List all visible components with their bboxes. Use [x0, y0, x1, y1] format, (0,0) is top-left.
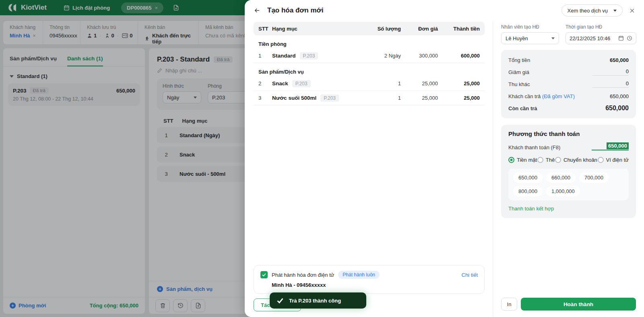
radio-icon	[555, 157, 561, 163]
back-button[interactable]	[254, 7, 261, 14]
clock-icon[interactable]	[627, 35, 632, 41]
radio-icon	[598, 157, 604, 163]
view-mode-select[interactable]: Xem theo dịch vụ	[561, 4, 623, 16]
quick-amounts: 650,000 660,000 700,000 800,000 1,000,00…	[508, 169, 629, 200]
summary-discount-row: Giảm giá 0	[508, 66, 629, 78]
print-button[interactable]: In	[501, 298, 517, 311]
quick-amount-chip[interactable]: 800,000	[513, 186, 543, 196]
summary-due-row: Khách cần trả (Đã gồm VAT) 650,000	[508, 90, 629, 102]
invoice-row[interactable]: 2 SnackP.203 1 25,000 25,000	[254, 76, 485, 91]
quick-amount-chip[interactable]: 700,000	[579, 173, 609, 183]
method-ewallet[interactable]: Ví điện tử	[598, 157, 629, 163]
einvoice-card: Phát hành hóa đơn điện tử Phát hành luôn…	[254, 265, 485, 294]
section-label: Tiền phòng	[254, 35, 485, 49]
invoice-row[interactable]: 3 Nước suối 500mlP.203 1 25,000 25,000	[254, 91, 485, 105]
einvoice-detail-link[interactable]: Chi tiết	[462, 272, 478, 278]
other-fee-input[interactable]: 0	[592, 80, 629, 88]
summary-remaining-row: Còn cần trả 650,000	[508, 102, 629, 114]
summary-other-row: Thu khác 0	[508, 78, 629, 90]
method-transfer[interactable]: Chuyển khoản	[555, 157, 597, 163]
payment-sidebar: Nhân viên tạo HĐ Lê Huyền Thời gian tạo …	[493, 21, 644, 317]
section-label: Sản phẩm/Dịch vụ	[254, 63, 485, 76]
chevron-down-icon	[613, 10, 617, 12]
discount-input[interactable]: 0	[592, 68, 629, 76]
invoice-items: STT Hạng mục Số lượng Đơn giá Thành tiền…	[245, 21, 493, 317]
summary-total-row: Tổng tiền 650,000	[508, 54, 629, 66]
payment-method-card: Phương thức thanh toán Khách thanh toán …	[501, 125, 636, 218]
vat-included-link[interactable]: (Đã gồm VAT)	[542, 93, 575, 99]
complete-button[interactable]: Hoàn thành	[521, 298, 636, 311]
room-tag: P.203	[300, 52, 318, 60]
invoice-row[interactable]: 1 StandardP.203 2 Ngày 300,000 600,000	[254, 49, 485, 63]
method-cash[interactable]: Tiền mặt	[508, 157, 537, 163]
check-icon	[276, 297, 284, 304]
quick-amount-chip[interactable]: 660,000	[546, 173, 576, 183]
einvoice-checkbox[interactable]	[260, 271, 268, 278]
payment-methods: Tiền mặt Thẻ Chuyển khoản Ví điện tử	[508, 157, 629, 163]
customer-pay-input[interactable]: 650,000	[592, 142, 629, 150]
invoice-table-header: STT Hạng mục Số lượng Đơn giá Thành tiền	[254, 22, 485, 35]
quick-amount-chip[interactable]: 1,000,000	[546, 186, 580, 196]
einvoice-mode-badge[interactable]: Phát hành luôn	[338, 271, 380, 279]
modal-title: Tạo hóa đơn mới	[267, 6, 323, 14]
chevron-down-icon	[551, 37, 555, 39]
invoice-time-input[interactable]: 22/12/2025 10:46	[566, 32, 636, 44]
einvoice-customer: Minh Hà - 09456xxxxx	[272, 282, 478, 288]
calendar-icon[interactable]	[618, 35, 624, 41]
radio-selected-icon	[508, 157, 514, 163]
staff-select[interactable]: Lê Huyền	[501, 32, 559, 44]
invoice-modal: Tạo hóa đơn mới Xem theo dịch vụ STT Hạn…	[245, 0, 644, 317]
quick-amount-chip[interactable]: 650,000	[513, 173, 543, 183]
close-modal-button[interactable]	[629, 8, 635, 14]
combined-payment-link[interactable]: Thanh toán kết hợp	[508, 206, 629, 212]
radio-icon	[537, 157, 543, 163]
toast-success: Trả P.203 thành công	[270, 292, 366, 309]
invoice-summary: Tổng tiền 650,000 Giảm giá 0 Thu khác 0 …	[501, 50, 636, 118]
modal-header: Tạo hóa đơn mới Xem theo dịch vụ	[245, 0, 644, 21]
method-card[interactable]: Thẻ	[537, 157, 555, 163]
room-tag: P.203	[292, 80, 311, 87]
room-tag: P.203	[320, 95, 339, 102]
